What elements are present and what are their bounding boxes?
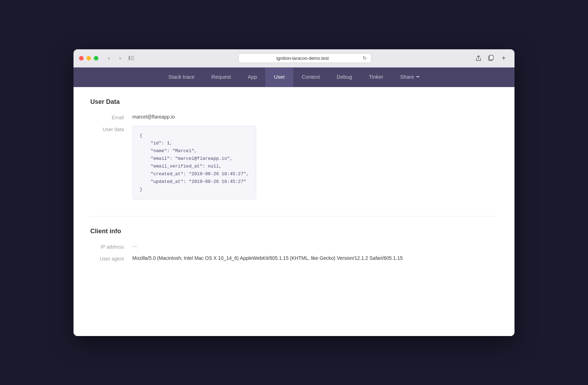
tab-stack-trace[interactable]: Stack trace <box>160 67 203 87</box>
window-actions: + <box>473 53 509 63</box>
tab-app[interactable]: App <box>239 67 266 87</box>
user-agent-label: User agent <box>90 255 132 262</box>
svg-rect-3 <box>131 59 134 60</box>
section-divider <box>90 216 498 216</box>
tab-tinker[interactable]: Tinker <box>360 67 392 87</box>
close-button[interactable] <box>79 56 84 60</box>
traffic-lights <box>79 56 98 60</box>
sidebar-toggle-button[interactable] <box>126 53 136 63</box>
minimize-button[interactable] <box>86 56 91 60</box>
forward-button[interactable]: › <box>115 53 125 63</box>
ip-value: — <box>132 243 498 249</box>
svg-rect-5 <box>490 55 493 60</box>
user-agent-value: Mozilla/5.0 (Macintosh; Intel Mac OS X 1… <box>132 255 498 261</box>
tab-context[interactable]: Context <box>293 67 328 87</box>
address-bar-container: ignition-laracon-demo.test ↻ <box>139 53 470 63</box>
url-text: ignition-laracon-demo.test <box>243 56 363 61</box>
user-data-label: User data <box>90 126 132 132</box>
title-bar: ‹ › ignition-laracon-demo.test ↻ <box>74 49 514 67</box>
email-row: Email marcel@flareapp.io <box>90 114 498 120</box>
user-data-json: { "id": 1, "name": "Marcel", "email": "m… <box>132 126 256 200</box>
svg-rect-0 <box>128 56 130 60</box>
copy-icon[interactable] <box>486 53 496 63</box>
ip-row: IP address — <box>90 243 498 250</box>
new-tab-button[interactable]: + <box>498 53 509 63</box>
tab-debug[interactable]: Debug <box>328 67 360 87</box>
user-data-title: User Data <box>90 98 498 106</box>
address-bar[interactable]: ignition-laracon-demo.test ↻ <box>238 53 371 63</box>
tab-request[interactable]: Request <box>203 67 239 87</box>
back-button[interactable]: ‹ <box>104 53 114 63</box>
email-label: Email <box>90 114 132 120</box>
reload-icon[interactable]: ↻ <box>363 55 367 61</box>
svg-rect-1 <box>131 56 134 57</box>
share-icon: ➦ <box>416 74 420 79</box>
mac-window: ‹ › ignition-laracon-demo.test ↻ <box>74 49 514 336</box>
tab-user[interactable]: User <box>265 67 293 87</box>
share-icon[interactable] <box>473 53 484 63</box>
email-value: marcel@flareapp.io <box>132 114 498 120</box>
user-data-row: User data { "id": 1, "name": "Marcel", "… <box>90 126 498 200</box>
svg-rect-2 <box>131 58 134 58</box>
tab-share[interactable]: Share ➦ <box>392 67 428 87</box>
ip-label: IP address <box>90 243 132 250</box>
client-info-section: Client info IP address — User agent Mozi… <box>90 228 498 262</box>
share-label: Share <box>400 74 414 80</box>
window-controls: ‹ › <box>104 53 136 63</box>
content-area: User Data Email marcel@flareapp.io User … <box>74 87 514 336</box>
maximize-button[interactable] <box>94 56 98 60</box>
user-agent-row: User agent Mozilla/5.0 (Macintosh; Intel… <box>90 255 498 262</box>
user-data-section: User Data Email marcel@flareapp.io User … <box>90 98 498 200</box>
nav-bar: Stack trace Request App User Context Deb… <box>74 67 514 87</box>
client-info-title: Client info <box>90 228 498 235</box>
